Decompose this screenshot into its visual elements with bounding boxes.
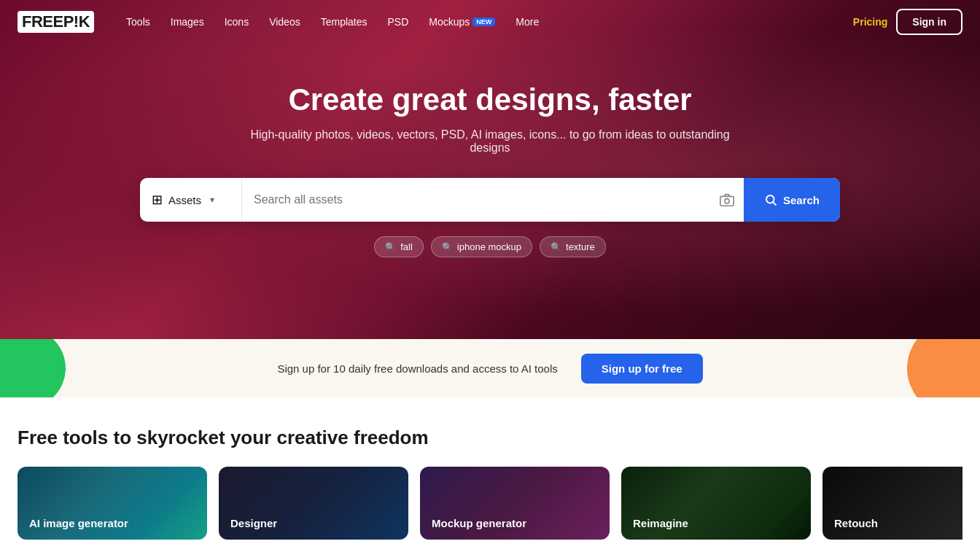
camera-icon <box>719 192 735 208</box>
hero-title: Create great designs, faster <box>15 82 965 118</box>
nav-right: Pricing Sign in <box>853 9 962 35</box>
tool-card-ai-image-generator[interactable]: AI image generator <box>18 467 207 540</box>
navbar: FREEP!K ToolsImagesIconsVideosTemplatesP… <box>0 0 980 44</box>
logo[interactable]: FREEP!K <box>18 11 94 33</box>
nav-link-templates[interactable]: Templates <box>312 10 376 34</box>
tools-grid: AI image generator Designer Mockup gener… <box>18 467 962 540</box>
pricing-link[interactable]: Pricing <box>853 16 887 28</box>
signin-button[interactable]: Sign in <box>896 9 962 35</box>
hero-subtitle: High-quality photos, videos, vectors, PS… <box>235 128 745 155</box>
tool-card-label: Reimagine <box>633 517 688 529</box>
hero-section: Create great designs, faster High-qualit… <box>0 0 980 339</box>
tag-label: fall <box>400 241 413 252</box>
search-input[interactable] <box>242 193 710 206</box>
tools-section: Free tools to skyrocket your creative fr… <box>0 397 980 540</box>
tool-card-reimagine[interactable]: Reimagine <box>621 467 811 540</box>
search-icon <box>764 193 777 206</box>
search-tag-icon: 🔍 <box>442 242 453 252</box>
tag-label: iphone mockup <box>457 241 521 252</box>
nav-link-icons[interactable]: Icons <box>216 10 257 34</box>
search-tag-icon: 🔍 <box>551 242 561 252</box>
search-bar: ⊞ Assets ▾ Search <box>140 178 840 222</box>
assets-icon: ⊞ <box>152 192 163 208</box>
svg-rect-0 <box>720 197 734 206</box>
tool-card-mockup-generator[interactable]: Mockup generator <box>420 467 610 540</box>
tag-label: texture <box>566 241 595 252</box>
logo-text: FREEP!K <box>18 11 94 33</box>
search-tag-icon: 🔍 <box>385 242 396 252</box>
nav-link-more[interactable]: More <box>507 10 548 34</box>
search-category-dropdown[interactable]: ⊞ Assets ▾ <box>140 178 242 222</box>
search-button[interactable]: Search <box>744 178 840 222</box>
search-category-label: Assets <box>168 194 201 206</box>
nav-link-mockups[interactable]: MockupsNEW <box>420 10 504 34</box>
search-button-label: Search <box>783 194 820 206</box>
tool-card-label: Designer <box>230 517 277 529</box>
tool-card-label: Mockup generator <box>432 517 526 529</box>
chevron-down-icon: ▾ <box>210 195 214 205</box>
svg-point-2 <box>766 195 774 203</box>
nav-link-tools[interactable]: Tools <box>117 10 159 34</box>
suggestion-tags: 🔍 fall🔍 iphone mockup🔍 texture <box>15 236 965 257</box>
suggestion-tag-fall[interactable]: 🔍 fall <box>374 236 424 257</box>
deco-circle-red <box>907 339 980 397</box>
svg-line-3 <box>773 203 776 206</box>
suggestion-tag-texture[interactable]: 🔍 texture <box>540 236 606 257</box>
tool-card-label: AI image generator <box>29 517 128 529</box>
nav-links: ToolsImagesIconsVideosTemplatesPSDMockup… <box>117 10 853 34</box>
nav-link-videos[interactable]: Videos <box>260 10 309 34</box>
nav-badge-mockups: NEW <box>472 18 495 26</box>
tool-card-label: Retouch <box>834 517 878 529</box>
hero-content: Create great designs, faster High-qualit… <box>0 82 980 257</box>
signup-free-button[interactable]: Sign up for free <box>581 354 703 384</box>
svg-point-1 <box>725 199 729 203</box>
nav-link-psd[interactable]: PSD <box>379 10 418 34</box>
tools-section-title: Free tools to skyrocket your creative fr… <box>18 427 962 449</box>
suggestion-tag-iphone-mockup[interactable]: 🔍 iphone mockup <box>431 236 532 257</box>
nav-link-images[interactable]: Images <box>162 10 213 34</box>
camera-search-button[interactable] <box>710 192 744 208</box>
deco-circle-green <box>0 339 66 397</box>
tool-card-retouch[interactable]: Retouch <box>822 467 962 540</box>
signup-banner: Sign up for 10 daily free downloads and … <box>0 339 980 397</box>
signup-banner-text: Sign up for 10 daily free downloads and … <box>277 362 557 375</box>
tool-card-designer[interactable]: Designer <box>219 467 408 540</box>
